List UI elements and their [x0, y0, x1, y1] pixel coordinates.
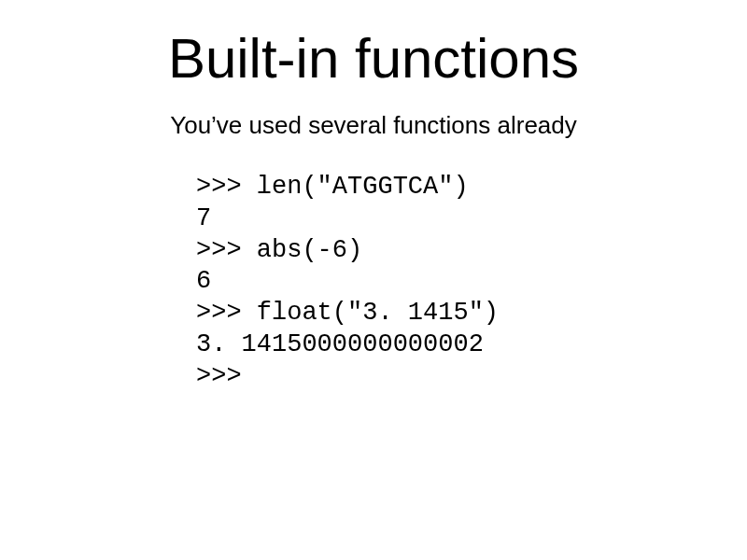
slide: Built-in functions You’ve used several f… — [0, 0, 747, 560]
slide-title: Built-in functions — [0, 0, 747, 91]
code-line: >>> len("ATGGTCA") — [196, 173, 469, 201]
code-line: >>> — [196, 362, 257, 390]
slide-subtitle: You’ve used several functions already — [0, 91, 747, 140]
code-line: 3. 1415000000000002 — [196, 330, 484, 358]
code-block: >>> len("ATGGTCA") 7 >>> abs(-6) 6 >>> f… — [196, 172, 747, 392]
code-line: >>> float("3. 1415") — [196, 299, 499, 327]
code-line: 6 — [196, 267, 211, 295]
code-line: >>> abs(-6) — [196, 236, 362, 264]
code-line: 7 — [196, 204, 211, 232]
